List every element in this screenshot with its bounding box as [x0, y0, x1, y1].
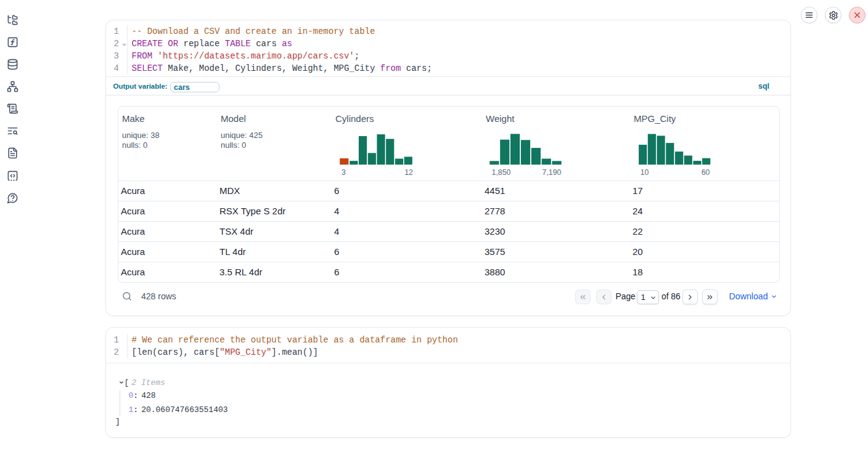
svg-text:1,850: 1,850 [492, 168, 511, 177]
svg-text:3: 3 [342, 168, 346, 177]
svg-text:12: 12 [404, 168, 413, 177]
svg-text:7,190: 7,190 [542, 168, 562, 177]
svg-text:60: 60 [702, 168, 710, 177]
svg-text:10: 10 [641, 168, 649, 177]
